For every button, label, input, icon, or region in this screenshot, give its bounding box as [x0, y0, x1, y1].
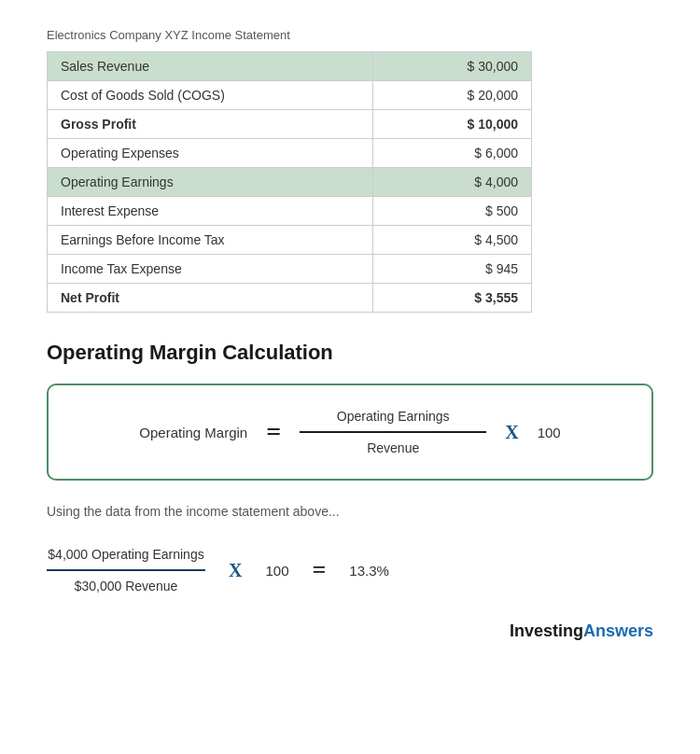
table-row: Cost of Goods Sold (COGS)$ 20,000 [48, 81, 532, 110]
table-row: Interest Expense$ 500 [48, 197, 532, 226]
hundred-value: 100 [538, 425, 561, 440]
table-cell-label: Sales Revenue [48, 52, 373, 81]
section-title: Operating Margin Calculation [47, 341, 653, 365]
table-cell-value: $ 500 [372, 197, 531, 226]
brand-text: InvestingAnswers [510, 621, 653, 641]
table-cell-value: $ 6,000 [372, 139, 531, 168]
table-cell-value: $ 4,000 [372, 168, 531, 197]
table-cell-label: Interest Expense [48, 197, 373, 226]
formula-label: Operating Margin [139, 425, 247, 440]
using-text: Using the data from the income statement… [47, 504, 653, 519]
fraction-line [300, 431, 486, 433]
formula-fraction: Operating Earnings Revenue [300, 409, 486, 455]
table-cell-label: Income Tax Expense [48, 255, 373, 284]
calc-100: 100 [265, 563, 288, 579]
table-row: Gross Profit$ 10,000 [48, 110, 532, 139]
table-cell-value: $ 10,000 [372, 110, 531, 139]
table-cell-label: Cost of Goods Sold (COGS) [48, 81, 373, 110]
page-title: Electronics Company XYZ Income Statement [47, 28, 653, 42]
table-cell-label: Operating Earnings [48, 168, 373, 197]
times-sign: X [505, 422, 518, 443]
fraction-denominator: Revenue [367, 437, 419, 455]
calc-fraction: $4,000 Operating Earnings $30,000 Revenu… [47, 547, 205, 593]
table-row: Income Tax Expense$ 945 [48, 255, 532, 284]
fraction-numerator: Operating Earnings [337, 409, 450, 427]
table-cell-value: $ 945 [372, 255, 531, 284]
formula-box: Operating Margin = Operating Earnings Re… [47, 384, 653, 481]
calc-numerator: $4,000 Operating Earnings [48, 547, 203, 566]
calculation-section: $4,000 Operating Earnings $30,000 Revenu… [47, 547, 653, 593]
table-cell-label: Operating Expenses [48, 139, 373, 168]
table-cell-value: $ 4,500 [372, 226, 531, 255]
table-cell-label: Gross Profit [48, 110, 373, 139]
income-statement-table: Sales Revenue$ 30,000Cost of Goods Sold … [47, 51, 532, 313]
table-row: Earnings Before Income Tax$ 4,500 [48, 226, 532, 255]
brand-investing: Investing [510, 621, 583, 640]
calc-times: X [229, 560, 242, 581]
table-row: Net Profit$ 3,555 [48, 284, 532, 313]
table-row: Operating Earnings$ 4,000 [48, 168, 532, 197]
equals-sign: = [266, 419, 281, 445]
table-cell-label: Net Profit [48, 284, 373, 313]
table-row: Operating Expenses$ 6,000 [48, 139, 532, 168]
brand-footer: InvestingAnswers [47, 621, 653, 641]
calc-result: 13.3% [349, 563, 389, 579]
brand-answers: Answers [583, 621, 653, 640]
calc-denominator: $30,000 Revenue [75, 575, 178, 593]
calc-equals: = [312, 556, 326, 584]
calc-line [47, 569, 205, 571]
table-cell-value: $ 30,000 [372, 52, 531, 81]
table-cell-label: Earnings Before Income Tax [48, 226, 373, 255]
table-cell-value: $ 3,555 [372, 284, 531, 313]
table-row: Sales Revenue$ 30,000 [48, 52, 532, 81]
table-cell-value: $ 20,000 [372, 81, 531, 110]
